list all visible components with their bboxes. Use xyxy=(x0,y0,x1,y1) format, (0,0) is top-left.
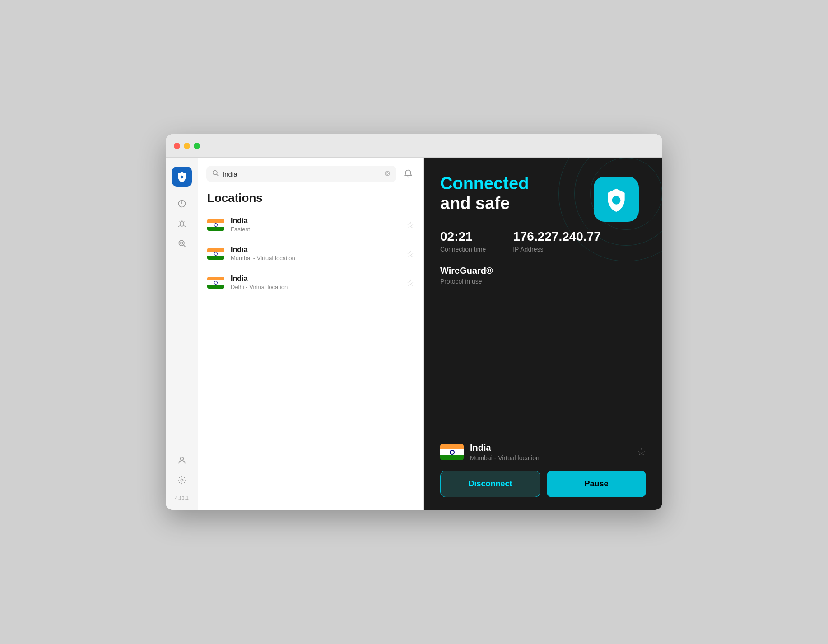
bug-icon xyxy=(177,219,186,228)
connected-location-sub: Mumbai - Virtual location xyxy=(470,454,631,462)
location-info: India Mumbai - Virtual location xyxy=(231,246,400,261)
svg-point-7 xyxy=(181,479,183,481)
svg-point-4 xyxy=(179,240,184,246)
list-item[interactable]: India Fastest ☆ xyxy=(198,210,423,239)
notification-bell-button[interactable] xyxy=(401,167,415,181)
location-sub: Mumbai - Virtual location xyxy=(231,255,400,261)
ip-address-stat: 176.227.240.77 IP Address xyxy=(513,229,601,253)
privacy-icon xyxy=(177,239,186,248)
close-button[interactable] xyxy=(174,143,180,149)
svg-point-3 xyxy=(180,222,183,226)
location-name: India xyxy=(231,217,400,225)
svg-point-2 xyxy=(181,205,182,206)
maximize-button[interactable] xyxy=(194,143,200,149)
person-icon xyxy=(177,456,186,465)
connected-location-name: India xyxy=(470,443,631,453)
connected-location: India Mumbai - Virtual location ☆ xyxy=(440,443,646,462)
search-input-wrap xyxy=(206,166,396,182)
left-panel: Locations India Fastest ☆ xyxy=(198,158,424,510)
connected-location-info: India Mumbai - Virtual location xyxy=(470,443,631,462)
connection-time-stat: 02:21 Connection time xyxy=(440,229,486,253)
titlebar xyxy=(166,134,662,158)
sidebar-item-alerts[interactable] xyxy=(174,196,190,212)
stats-row: 02:21 Connection time 176.227.240.77 IP … xyxy=(440,229,646,253)
right-spacer xyxy=(440,285,646,443)
location-sub: Delhi - Virtual location xyxy=(231,284,400,290)
location-name: India xyxy=(231,246,400,254)
location-sub: Fastest xyxy=(231,226,400,233)
location-list: India Fastest ☆ India Mumbai - Virtual l… xyxy=(198,210,423,510)
connected-flag-icon xyxy=(440,444,464,460)
minimize-button[interactable] xyxy=(184,143,190,149)
india-flag-icon xyxy=(207,277,224,289)
app-window: 4.13.1 xyxy=(166,134,662,510)
search-clear-button[interactable] xyxy=(384,170,391,178)
pause-button[interactable]: Pause xyxy=(547,471,646,497)
gear-icon xyxy=(177,476,186,485)
india-flag-icon xyxy=(207,219,224,231)
version-label: 4.13.1 xyxy=(175,495,189,501)
sidebar-item-privacy[interactable] xyxy=(174,235,190,252)
shield-logo-icon xyxy=(176,171,188,182)
connected-title-line2: and safe xyxy=(440,194,646,213)
sidebar: 4.13.1 xyxy=(166,158,198,510)
app-logo[interactable] xyxy=(172,167,192,187)
connection-time-label: Connection time xyxy=(440,246,486,253)
favorite-star-button[interactable]: ☆ xyxy=(406,277,414,288)
ip-address-value: 176.227.240.77 xyxy=(513,229,601,244)
disconnect-button[interactable]: Disconnect xyxy=(440,471,540,497)
svg-point-6 xyxy=(180,457,183,460)
sidebar-item-threats[interactable] xyxy=(174,215,190,232)
location-name: India xyxy=(231,275,400,283)
sidebar-item-account[interactable] xyxy=(174,452,190,468)
traffic-lights xyxy=(174,143,200,149)
search-input[interactable] xyxy=(223,170,380,178)
search-bar xyxy=(198,158,423,187)
sidebar-item-settings[interactable] xyxy=(174,472,190,488)
right-panel: Connected and safe 02:21 Connection time… xyxy=(424,158,662,510)
svg-point-5 xyxy=(180,242,182,244)
protocol-label: Protocol in use xyxy=(440,278,646,285)
locations-title: Locations xyxy=(198,187,423,210)
list-item[interactable]: India Mumbai - Virtual location ☆ xyxy=(198,239,423,268)
connected-location-favorite-button[interactable]: ☆ xyxy=(637,446,646,458)
location-info: India Delhi - Virtual location xyxy=(231,275,400,290)
ip-address-label: IP Address xyxy=(513,246,601,253)
alert-icon xyxy=(177,199,186,208)
location-info: India Fastest xyxy=(231,217,400,233)
protocol-row: WireGuard® Protocol in use xyxy=(440,266,646,285)
action-buttons: Disconnect Pause xyxy=(440,471,646,497)
india-flag-icon xyxy=(207,248,224,260)
svg-point-0 xyxy=(180,176,183,179)
list-item[interactable]: India Delhi - Virtual location ☆ xyxy=(198,268,423,297)
connection-time-value: 02:21 xyxy=(440,229,486,244)
connected-title-line1: Connected xyxy=(440,174,646,194)
favorite-star-button[interactable]: ☆ xyxy=(406,219,414,230)
protocol-value: WireGuard® xyxy=(440,266,646,276)
search-icon xyxy=(212,169,219,178)
app-body: 4.13.1 xyxy=(166,158,662,510)
favorite-star-button[interactable]: ☆ xyxy=(406,248,414,259)
